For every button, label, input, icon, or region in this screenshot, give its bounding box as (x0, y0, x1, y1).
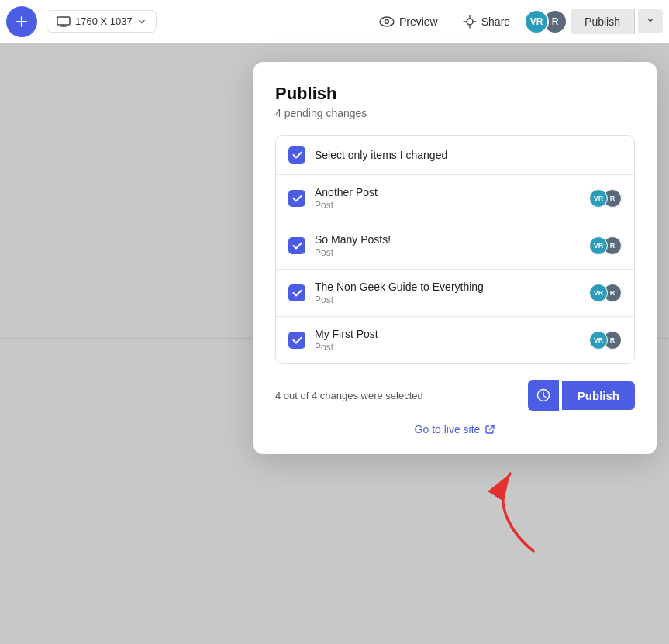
viewport-label: 1760 X 1037 (75, 15, 133, 27)
svg-point-1 (380, 17, 394, 26)
publish-dropdown-button[interactable] (638, 9, 663, 33)
list-item[interactable]: Another Post Post VR R (276, 174, 634, 222)
item-type: Post (315, 294, 580, 305)
schedule-button[interactable] (528, 380, 559, 411)
preview-label: Preview (399, 15, 438, 28)
select-all-row[interactable]: Select only items I changed (276, 136, 634, 174)
svg-point-2 (385, 19, 388, 23)
item-type: Post (315, 247, 580, 258)
item-type: Post (315, 200, 580, 211)
chevron-down-icon (137, 17, 147, 26)
item-avatar-group: VR R (589, 236, 622, 255)
list-item[interactable]: My First Post Post VR R (276, 316, 634, 363)
toolbar: 1760 X 1037 Preview Share VR R Publish (0, 0, 669, 43)
list-item[interactable]: So Many Posts! Post VR R (276, 222, 634, 269)
item-avatar-group: VR R (589, 284, 622, 302)
svg-rect-0 (57, 17, 70, 25)
item-title: My First Post (315, 328, 580, 340)
modal-subtitle: 4 pending changes (275, 107, 635, 119)
modal-overlay: Publish 4 pending changes Select only it… (0, 43, 669, 644)
clock-icon (536, 388, 550, 402)
item-info: Another Post Post (315, 186, 580, 211)
footer-selected-text: 4 out of 4 changes were selected (275, 390, 423, 401)
item-avatar-vr: VR (589, 189, 608, 208)
select-all-label: Select only items I changed (315, 149, 447, 161)
item-checkbox[interactable] (288, 284, 305, 301)
item-checkbox[interactable] (288, 237, 305, 254)
viewport-selector[interactable]: 1760 X 1037 (47, 10, 157, 33)
select-all-checkbox[interactable] (288, 146, 305, 164)
item-type: Post (315, 342, 580, 353)
item-avatar-vr: VR (589, 331, 608, 350)
item-title: The Non Geek Guide to Everything (315, 281, 580, 293)
item-avatar-group: VR R (589, 189, 622, 208)
modal-title: Publish (275, 84, 635, 104)
avatar-vr: VR (524, 9, 549, 34)
preview-button[interactable]: Preview (368, 11, 449, 33)
eye-icon (379, 16, 395, 27)
item-avatar-group: VR R (589, 331, 622, 350)
chevron-down-icon (646, 15, 655, 25)
avatar-group: VR R (524, 9, 567, 34)
item-info: So Many Posts! Post (315, 233, 580, 258)
arrow-annotation (514, 505, 607, 598)
share-button[interactable]: Share (452, 10, 521, 33)
live-site-link[interactable]: Go to live site (275, 423, 635, 436)
modal-footer: 4 out of 4 changes were selected Publish (275, 380, 635, 411)
share-icon (463, 15, 477, 29)
item-info: My First Post Post (315, 328, 580, 353)
live-site-section: Go to live site (275, 423, 635, 436)
publish-modal: Publish 4 pending changes Select only it… (253, 62, 657, 454)
publish-action-button[interactable]: Publish (562, 381, 635, 410)
list-item[interactable]: The Non Geek Guide to Everything Post VR… (276, 269, 634, 316)
items-container: Select only items I changed Another Post… (275, 135, 635, 364)
item-avatar-vr: VR (589, 284, 608, 302)
item-info: The Non Geek Guide to Everything Post (315, 281, 580, 305)
publish-button[interactable]: Publish (571, 9, 635, 34)
item-checkbox[interactable] (288, 190, 305, 207)
share-label: Share (481, 15, 510, 28)
item-title: Another Post (315, 186, 580, 198)
svg-point-3 (467, 19, 473, 25)
footer-actions: Publish (528, 380, 635, 411)
item-avatar-vr: VR (589, 236, 608, 255)
item-title: So Many Posts! (315, 233, 580, 246)
item-checkbox[interactable] (288, 332, 305, 349)
add-button[interactable] (6, 6, 37, 37)
external-link-icon (485, 424, 495, 435)
